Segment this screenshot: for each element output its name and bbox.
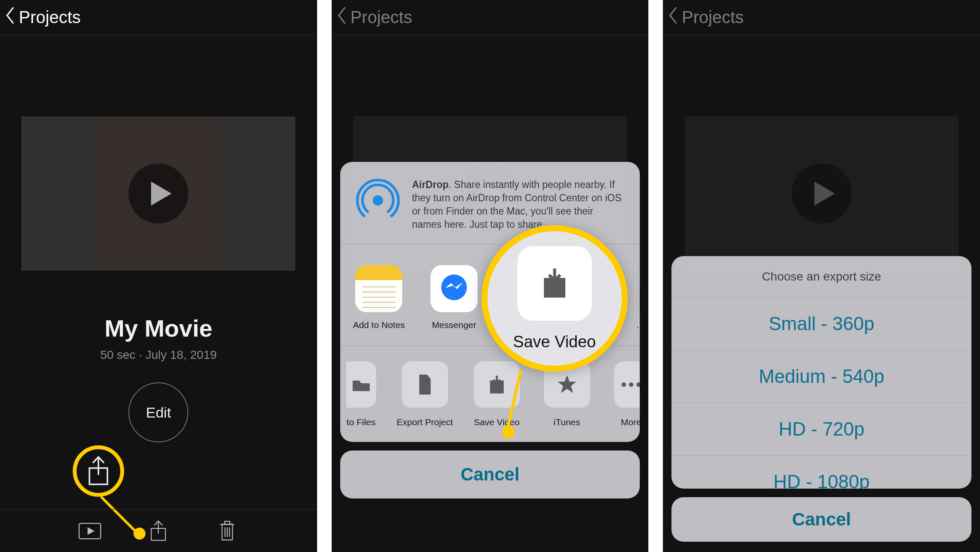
highlight-circle-save-video: Save Video <box>481 225 628 372</box>
export-size-sheet: Choose an export size Small - 360p Mediu… <box>671 256 971 542</box>
video-frame <box>94 116 223 271</box>
edit-label: Edit <box>146 404 171 421</box>
cancel-button[interactable]: Cancel <box>671 497 971 542</box>
play-icon <box>147 180 174 207</box>
project-title: My Movie <box>0 314 317 342</box>
navbar: Projects <box>663 0 980 35</box>
play-icon <box>810 180 837 207</box>
video-thumbnail[interactable] <box>21 116 295 271</box>
export-option-1080p[interactable]: HD - 1080p <box>671 456 971 489</box>
highlight-dot <box>502 426 515 439</box>
pillarbox-left <box>21 116 94 271</box>
edit-button[interactable]: Edit <box>128 382 188 442</box>
export-option-360p[interactable]: Small - 360p <box>671 298 971 350</box>
project-meta: 50 sec · July 18, 2019 <box>0 348 317 362</box>
pillarbox-right <box>223 116 295 271</box>
triptych-root: Projects My Movie 50 sec · July 18, 2019… <box>0 0 980 552</box>
back-button[interactable]: Projects <box>668 6 744 28</box>
video-thumbnail <box>685 116 959 271</box>
panel-export-size: Projects Choose an export size Small - 3… <box>663 0 980 552</box>
navbar: Projects <box>0 0 317 35</box>
back-label: Projects <box>19 8 81 27</box>
export-option-720p[interactable]: HD - 720p <box>671 403 971 456</box>
svg-rect-21 <box>544 278 565 298</box>
highlight-circle-share <box>73 445 124 497</box>
export-size-card: Choose an export size Small - 360p Mediu… <box>671 256 971 489</box>
back-button[interactable]: Projects <box>337 6 413 28</box>
play-rect-icon <box>78 522 101 540</box>
svg-marker-23 <box>814 182 835 206</box>
play-button[interactable] <box>792 164 852 224</box>
chevron-left-icon <box>5 6 16 28</box>
save-video-icon-large <box>517 246 592 321</box>
svg-marker-5 <box>88 527 95 535</box>
highlight-label: Save Video <box>513 333 596 351</box>
cancel-label: Cancel <box>792 509 851 530</box>
chevron-left-icon <box>668 6 679 28</box>
play-button[interactable] <box>128 164 188 224</box>
export-size-title: Choose an export size <box>671 256 971 298</box>
panel-share-sheet: Projects <box>332 0 649 552</box>
navbar: Projects <box>332 0 649 35</box>
delete-button[interactable] <box>214 518 240 544</box>
chevron-left-icon <box>337 6 348 28</box>
play-fullscreen-button[interactable] <box>77 518 103 544</box>
share-icon <box>150 520 167 542</box>
share-icon <box>86 455 111 487</box>
trash-icon <box>219 520 236 542</box>
back-button[interactable]: Projects <box>5 6 81 28</box>
svg-rect-12 <box>224 521 229 524</box>
share-button[interactable] <box>146 518 171 544</box>
back-label: Projects <box>682 8 744 27</box>
back-label: Projects <box>350 8 413 27</box>
svg-marker-0 <box>151 182 172 206</box>
export-option-540p[interactable]: Medium - 540p <box>671 350 971 403</box>
bottom-toolbar <box>0 509 317 552</box>
panel-project-detail: Projects My Movie 50 sec · July 18, 2019… <box>0 0 317 552</box>
